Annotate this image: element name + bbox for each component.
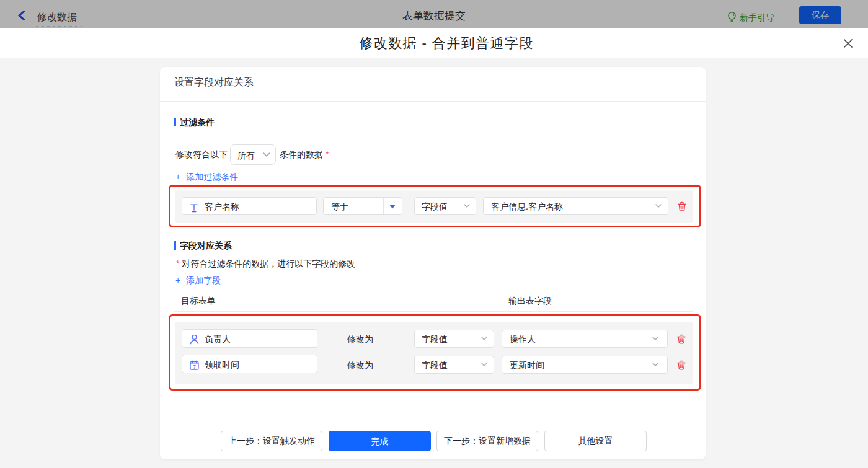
- svg-text:7: 7: [193, 364, 196, 370]
